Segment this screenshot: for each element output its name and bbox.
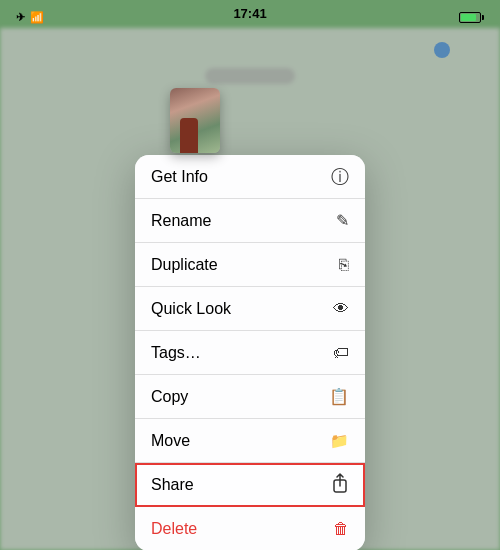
share-icon [331, 473, 349, 497]
thumb-figure-detail [180, 118, 198, 153]
menu-item-get-info[interactable]: Get Info ⓘ [135, 155, 365, 199]
menu-item-share[interactable]: Share [135, 463, 365, 507]
menu-item-duplicate-label: Duplicate [151, 256, 218, 274]
move-icon: 📁 [330, 432, 349, 450]
menu-item-duplicate[interactable]: Duplicate ⎘ [135, 243, 365, 287]
airplane-icon: ✈ [16, 11, 25, 24]
battery-fill [461, 14, 476, 21]
context-menu: Get Info ⓘ Rename ✎ Duplicate ⎘ Quick Lo… [135, 155, 365, 550]
menu-item-quick-look-label: Quick Look [151, 300, 231, 318]
copy-icon: 📋 [329, 387, 349, 406]
menu-item-rename-label: Rename [151, 212, 211, 230]
battery-tip [482, 15, 484, 20]
delete-icon: 🗑 [333, 520, 349, 538]
menu-item-move[interactable]: Move 📁 [135, 419, 365, 463]
menu-item-quick-look[interactable]: Quick Look 👁 [135, 287, 365, 331]
menu-item-share-label: Share [151, 476, 194, 494]
quick-look-icon: 👁 [333, 300, 349, 318]
battery-icon [459, 12, 484, 23]
status-bar: ✈ 📶 17:41 [0, 0, 500, 28]
file-thumbnail [170, 88, 220, 153]
tags-icon: 🏷 [333, 344, 349, 362]
menu-item-get-info-label: Get Info [151, 168, 208, 186]
duplicate-icon: ⎘ [339, 256, 349, 274]
menu-item-move-label: Move [151, 432, 190, 450]
menu-item-delete-label: Delete [151, 520, 197, 538]
menu-item-copy-label: Copy [151, 388, 188, 406]
status-right [459, 12, 484, 23]
status-time: 17:41 [233, 6, 266, 21]
wifi-icon: 📶 [30, 11, 44, 24]
rename-icon: ✎ [336, 211, 349, 230]
menu-item-rename[interactable]: Rename ✎ [135, 199, 365, 243]
menu-item-tags-label: Tags… [151, 344, 201, 362]
menu-item-tags[interactable]: Tags… 🏷 [135, 331, 365, 375]
menu-item-copy[interactable]: Copy 📋 [135, 375, 365, 419]
get-info-icon: ⓘ [331, 165, 349, 189]
status-left: ✈ 📶 [16, 11, 44, 24]
menu-item-delete[interactable]: Delete 🗑 [135, 507, 365, 550]
